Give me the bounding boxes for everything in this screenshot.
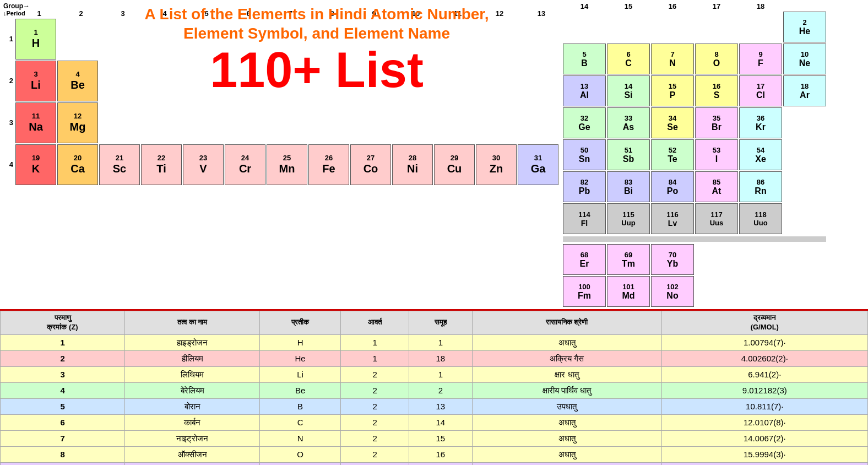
element-Fe[interactable]: 26Fe [308, 144, 349, 185]
element-Ni[interactable]: 28Ni [392, 144, 433, 185]
period-1-label: 1 [3, 35, 14, 43]
element-Po[interactable]: 84Po [651, 171, 694, 202]
element-Pb[interactable]: 82Pb [563, 171, 606, 202]
element-Cl[interactable]: 17Cl [739, 75, 782, 106]
cell-group: 18 [409, 350, 472, 366]
element-P[interactable]: 15P [651, 75, 694, 106]
element-Uus[interactable]: 117Uus [695, 203, 738, 234]
element-Al[interactable]: 13Al [563, 75, 606, 106]
element-Fl[interactable]: 114Fl [563, 203, 606, 234]
element-Bi[interactable]: 83Bi [607, 171, 650, 202]
cell-num: 7 [1, 430, 125, 446]
element-Li[interactable]: 3Li [15, 61, 56, 101]
cell-sym: H [260, 334, 341, 350]
table-row: 4 बेरेलियम Be 2 2 क्षारीय पार्थिव धातु 9… [1, 382, 868, 398]
element-Cu[interactable]: 29Cu [434, 144, 475, 185]
element-Xe[interactable]: 54Xe [739, 139, 782, 170]
col-period: आवर्त [341, 311, 409, 335]
element-Md[interactable]: 101Md [607, 276, 650, 307]
element-Kr[interactable]: 36Kr [739, 107, 782, 138]
pt-right-block: 14 15 16 17 18 2He 5B 6C [563, 2, 826, 307]
element-S[interactable]: 16S [695, 75, 738, 106]
cell-num: 8 [1, 446, 125, 462]
element-I[interactable]: 53I [695, 139, 738, 170]
element-Ge[interactable]: 32Ge [563, 107, 606, 138]
element-O[interactable]: 8O [695, 44, 738, 74]
element-N[interactable]: 7N [651, 44, 694, 74]
element-V[interactable]: 23V [183, 144, 224, 185]
pt-row-4: 4 19K 20Ca 21Sc 22Ti 23V 24Cr [3, 144, 562, 185]
element-Mg[interactable]: 12Mg [57, 102, 98, 143]
element-Co[interactable]: 27Co [350, 144, 391, 185]
element-B[interactable]: 5B [563, 44, 606, 74]
element-Rn[interactable]: 86Rn [739, 171, 782, 202]
cell-name: लिथियम [125, 366, 260, 382]
element-Ar[interactable]: 18Ar [783, 75, 826, 106]
cell-sym: B [260, 398, 341, 414]
element-Br[interactable]: 35Br [695, 107, 738, 138]
pt-row-1: 1 1 H [3, 19, 562, 60]
cell-period: 2 [341, 414, 409, 430]
group-numbers: 1 2 3 4 5 6 7 8 9 10 11 12 13 [19, 9, 562, 18]
element-Sb[interactable]: 51Sb [607, 139, 650, 170]
col-category: रासायनिक श्रेणी [472, 311, 661, 335]
element-Se[interactable]: 34Se [651, 107, 694, 138]
cell-num: 9 [1, 462, 125, 465]
cell-sym: Li [260, 366, 341, 382]
cell-period: 1 [341, 334, 409, 350]
right-row-4: 32Ge 33As 34Se 35Br 36Kr [563, 107, 826, 138]
element-Be[interactable]: 4Be [57, 61, 98, 101]
cell-sym: C [260, 414, 341, 430]
col-atomic-number: परमाणुक्रमांक (Z) [1, 311, 125, 335]
element-Cr[interactable]: 24Cr [225, 144, 265, 185]
element-Ca[interactable]: 20Ca [57, 144, 98, 185]
cell-category: अक्रिय गैस [472, 350, 661, 366]
element-Uuo[interactable]: 118Uuo [739, 203, 782, 234]
page: Group→ ↓Period 1 2 3 4 5 6 7 8 9 10 11 1… [0, 0, 868, 465]
cell-mass: 10.811(7)· [661, 398, 867, 414]
element-H[interactable]: 1 H [15, 19, 56, 60]
cell-period: 2 [341, 366, 409, 382]
element-Er[interactable]: 68Er [563, 244, 606, 275]
element-K[interactable]: 19K [15, 144, 56, 185]
element-He[interactable]: 2He [783, 12, 826, 42]
table-row: 2 हीलियम He 1 18 अक्रिय गैस 4.002602(2)· [1, 350, 868, 366]
element-F[interactable]: 9F [739, 44, 782, 74]
cell-name: नाइट्रोजन [125, 430, 260, 446]
cell-mass: 1.00794(7)· [661, 334, 867, 350]
element-Fm[interactable]: 100Fm [563, 276, 606, 307]
element-Ti[interactable]: 22Ti [141, 144, 182, 185]
right-row-2: 5B 6C 7N 8O 9F 10Ne [563, 44, 826, 74]
element-At[interactable]: 85At [695, 171, 738, 202]
element-Na[interactable]: 11Na [15, 102, 56, 143]
element-Si[interactable]: 14Si [607, 75, 650, 106]
cell-category: क्षार धातु [472, 366, 661, 382]
element-C[interactable]: 6C [607, 44, 650, 74]
pt-row-2: 2 3Li 4Be [3, 61, 562, 101]
cell-group: 17 [409, 462, 472, 465]
element-No[interactable]: 102No [651, 276, 694, 307]
element-Sc[interactable]: 21Sc [99, 144, 140, 185]
cell-group: 13 [409, 398, 472, 414]
element-Sn[interactable]: 50Sn [563, 139, 606, 170]
lanthanide-row: 68Er 69Tm 70Yb [563, 244, 826, 275]
cell-group: 1 [409, 366, 472, 382]
element-Zn[interactable]: 30Zn [476, 144, 517, 185]
element-Te[interactable]: 52Te [651, 139, 694, 170]
cell-num: 5 [1, 398, 125, 414]
cell-sym: F [260, 462, 341, 465]
period-3-label: 3 [3, 118, 14, 127]
cell-group: 14 [409, 414, 472, 430]
element-Lv[interactable]: 116Lv [651, 203, 694, 234]
cell-mass: 9.012182(3) [661, 382, 867, 398]
element-Yb[interactable]: 70Yb [651, 244, 694, 275]
element-Tm[interactable]: 69Tm [607, 244, 650, 275]
period-2-label: 2 [3, 77, 14, 85]
element-As[interactable]: 33As [607, 107, 650, 138]
element-Ga[interactable]: 31Ga [518, 144, 558, 185]
cell-category: अधातु [472, 334, 661, 350]
element-Uup[interactable]: 115Uup [607, 203, 650, 234]
element-Ne[interactable]: 10Ne [783, 44, 826, 74]
col-element-name: तत्व का नाम [125, 311, 260, 335]
element-Mn[interactable]: 25Mn [267, 144, 307, 185]
